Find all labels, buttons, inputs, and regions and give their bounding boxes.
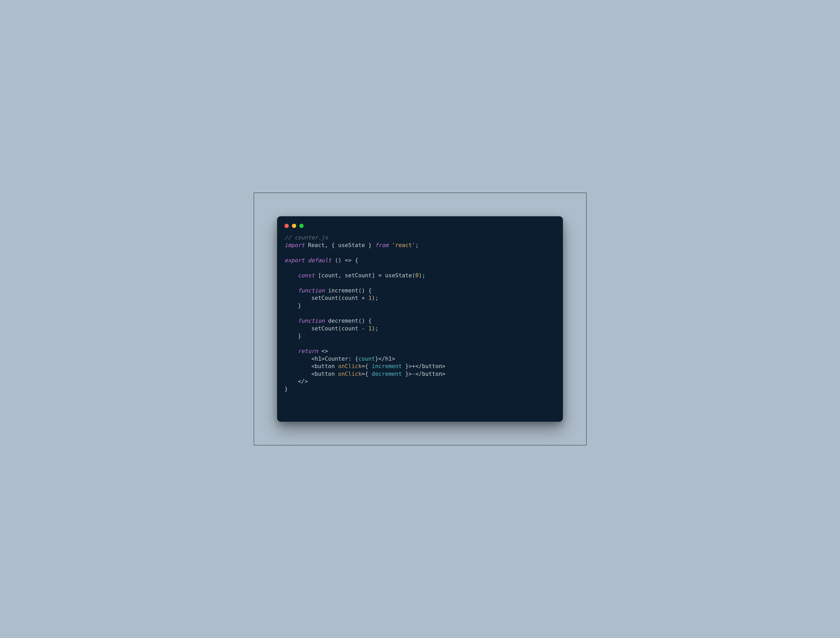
arrow-fn-open: () => { — [332, 257, 358, 264]
code-window: // counter.js import React, { useState }… — [277, 216, 563, 422]
ref-count: count — [341, 295, 358, 301]
ident-setcount: setCount — [345, 272, 372, 279]
ident-usestate: useState — [338, 242, 365, 249]
text-plus: + — [412, 363, 415, 369]
code-block: // counter.js import React, { useState }… — [284, 234, 556, 393]
minimize-icon[interactable] — [292, 224, 296, 228]
jsx-fragment-open: <> — [318, 348, 328, 354]
text-minus: - — [412, 371, 415, 377]
traffic-lights — [284, 223, 556, 234]
jsx-button-open: <button — [311, 363, 338, 369]
jsx-h1-close: </h1> — [378, 356, 395, 362]
kw-from: from — [375, 242, 388, 249]
jsx-h1-open: <h1> — [311, 356, 325, 362]
jsx-button-close: </button> — [415, 371, 445, 377]
ref-count: count — [341, 325, 358, 332]
fn-increment: increment — [328, 287, 358, 294]
string-react: 'react' — [392, 242, 415, 249]
page-background: // counter.js import React, { useState }… — [254, 193, 586, 445]
kw-default: default — [308, 257, 332, 264]
code-comment: // counter.js — [284, 234, 328, 241]
zoom-icon[interactable] — [299, 224, 303, 228]
close-icon[interactable] — [284, 224, 289, 228]
call-setcount: setCount — [311, 325, 338, 332]
ident-count: count — [321, 272, 338, 279]
ref-decrement: decrement — [372, 371, 402, 377]
kw-export: export — [284, 257, 305, 264]
ref-increment: increment — [372, 363, 402, 369]
kw-import: import — [284, 242, 305, 249]
jsx-button-open: <button — [311, 371, 338, 377]
call-setcount: setCount — [311, 295, 338, 301]
attr-onclick: onClick — [338, 363, 362, 369]
brace-close: } — [298, 302, 302, 309]
kw-function: function — [298, 318, 325, 324]
call-usestate: useState — [385, 272, 412, 279]
kw-function: function — [298, 287, 325, 294]
jsx-fragment-close: </> — [298, 378, 308, 385]
num-one: 1 — [368, 325, 372, 332]
kw-const: const — [298, 272, 315, 279]
num-one: 1 — [368, 295, 372, 301]
attr-onclick: onClick — [338, 371, 362, 377]
text-counter-label: Counter: — [325, 356, 355, 362]
ident-react: React — [308, 242, 325, 249]
jsx-button-close: </button> — [415, 363, 445, 369]
brace-close-final: } — [284, 386, 288, 392]
kw-return: return — [298, 348, 318, 354]
brace-close: } — [298, 333, 302, 339]
jsx-expr-count: count — [358, 356, 375, 362]
num-zero: 0 — [415, 272, 419, 279]
fn-decrement: decrement — [328, 318, 358, 324]
